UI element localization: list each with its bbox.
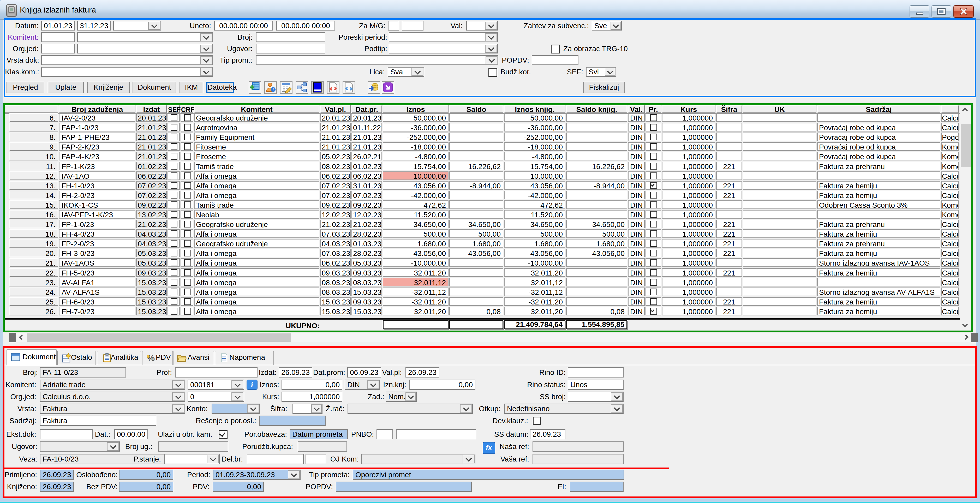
svg-text:%: %: [147, 353, 155, 363]
svg-text:i: i: [273, 88, 274, 92]
